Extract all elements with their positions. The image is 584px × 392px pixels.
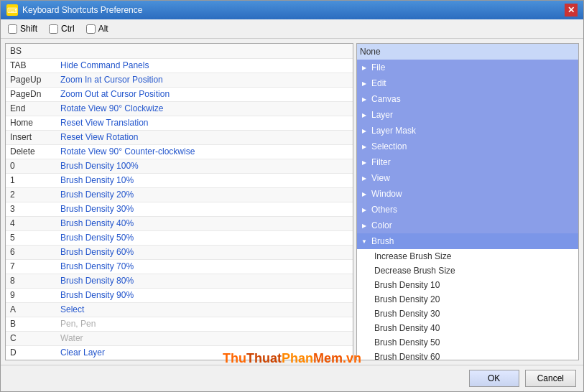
table-row[interactable]: BS [6, 44, 353, 58]
table-row[interactable]: TABHide Command Panels [6, 58, 353, 73]
shortcut-action: Reset View Rotation [56, 130, 353, 144]
tree-none-item[interactable]: None [357, 44, 578, 60]
tree-category-view[interactable]: View [357, 170, 578, 186]
ok-button[interactable]: OK [469, 370, 519, 387]
category-label: Color [371, 220, 392, 230]
table-row[interactable]: 4Brush Density 40% [6, 216, 353, 230]
category-label: Window [371, 189, 402, 199]
window-title: Keyboard Shortcuts Preference [22, 5, 142, 15]
shortcut-action: Zoom In at Cursor Position [56, 73, 353, 87]
shortcut-key: BS [6, 44, 56, 58]
ctrl-checkbox-input[interactable] [49, 24, 58, 34]
table-row[interactable]: 5Brush Density 50% [6, 230, 353, 245]
table-row[interactable]: DeleteRotate View 90° Counter-clockwise [6, 144, 353, 159]
expand-right-icon [360, 111, 369, 119]
category-label: View [371, 173, 390, 183]
expand-right-icon [360, 205, 369, 214]
shortcut-action [56, 44, 353, 58]
shortcut-key: 7 [6, 259, 56, 274]
tree-container[interactable]: None FileEditCanvasLayerLayer MaskSelect… [357, 44, 578, 360]
tree-child-item[interactable]: Decrease Brush Size [357, 263, 578, 278]
tree-root: FileEditCanvasLayerLayer MaskSelectionFi… [357, 60, 578, 360]
title-bar: ⌨ Keyboard Shortcuts Preference ✕ [1, 1, 583, 19]
table-row[interactable]: 6Brush Density 60% [6, 245, 353, 259]
tree-category-selection[interactable]: Selection [357, 139, 578, 154]
shortcut-action: Brush Density 100% [56, 159, 353, 173]
alt-checkbox[interactable]: Alt [86, 24, 108, 34]
shortcut-action: Brush Density 60% [56, 245, 353, 259]
expand-right-icon [360, 95, 369, 103]
table-row[interactable]: 1Brush Density 10% [6, 173, 353, 187]
shortcut-action: Brush Density 80% [56, 274, 353, 288]
tree-child-item[interactable]: Brush Density 40 [357, 321, 578, 335]
tree-category-file[interactable]: File [357, 60, 578, 75]
shift-checkbox-input[interactable] [8, 24, 17, 34]
shortcut-key: Insert [6, 130, 56, 144]
shortcut-key: 4 [6, 216, 56, 230]
table-row[interactable]: InsertReset View Rotation [6, 130, 353, 144]
cancel-button[interactable]: Cancel [525, 370, 576, 387]
tree-child-item[interactable]: Brush Density 50 [357, 335, 578, 350]
table-row[interactable]: 3Brush Density 30% [6, 202, 353, 216]
table-row[interactable]: BPen, Pen [6, 317, 353, 331]
shortcut-key: A [6, 302, 56, 317]
category-label: File [371, 62, 385, 73]
expand-down-icon [360, 237, 369, 246]
shortcut-key: 6 [6, 245, 56, 259]
tree-child-item[interactable]: Brush Density 10 [357, 278, 578, 292]
shortcut-key: 0 [6, 159, 56, 173]
table-row[interactable]: PageUpZoom In at Cursor Position [6, 73, 353, 87]
shortcut-action: Brush Density 90% [56, 288, 353, 302]
tree-category-layer-mask[interactable]: Layer Mask [357, 123, 578, 139]
table-row[interactable]: HomeReset View Translation [6, 116, 353, 130]
shortcut-key: 2 [6, 187, 56, 202]
table-row[interactable]: 0Brush Density 100% [6, 159, 353, 173]
close-button[interactable]: ✕ [565, 4, 578, 17]
shortcut-action: Brush Density 10% [56, 173, 353, 187]
expand-right-icon [360, 63, 369, 72]
table-row[interactable]: 8Brush Density 80% [6, 274, 353, 288]
shortcut-action: Zoom Out at Cursor Position [56, 87, 353, 101]
tree-category-filter[interactable]: Filter [357, 154, 578, 170]
shortcut-action: Brush Density 20% [56, 187, 353, 202]
table-row[interactable]: DClear Layer [6, 345, 353, 360]
shortcut-action: Hide Command Panels [56, 58, 353, 73]
tree-child-item[interactable]: Brush Density 20 [357, 292, 578, 307]
ctrl-checkbox[interactable]: Ctrl [49, 24, 75, 34]
table-row[interactable]: EndRotate View 90° Clockwize [6, 101, 353, 116]
table-row[interactable]: PageDnZoom Out at Cursor Position [6, 87, 353, 101]
table-row[interactable]: 2Brush Density 20% [6, 187, 353, 202]
tree-child-item[interactable]: Increase Brush Size [357, 249, 578, 263]
tree-child-item[interactable]: Brush Density 60 [357, 350, 578, 360]
tree-category-color[interactable]: Color [357, 218, 578, 233]
tree-category-layer[interactable]: Layer [357, 107, 578, 123]
none-label: None [360, 47, 381, 57]
category-label: Filter [371, 157, 391, 167]
shortcut-key: Delete [6, 144, 56, 159]
tree-category-others[interactable]: Others [357, 202, 578, 218]
shortcut-action: Brush Density 30% [56, 202, 353, 216]
bottom-bar: OK Cancel [1, 365, 583, 391]
tree-category-brush[interactable]: Brush [357, 233, 578, 249]
shortcut-key: Home [6, 116, 56, 130]
shortcut-action: Rotate View 90° Clockwize [56, 101, 353, 116]
tree-category-canvas[interactable]: Canvas [357, 91, 578, 107]
tree-child-item[interactable]: Brush Density 30 [357, 307, 578, 321]
shortcut-action: Rotate View 90° Counter-clockwise [56, 144, 353, 159]
app-icon: ⌨ [6, 4, 18, 16]
tree-category-window[interactable]: Window [357, 186, 578, 202]
table-row[interactable]: 7Brush Density 70% [6, 259, 353, 274]
toolbar: Shift Ctrl Alt [1, 19, 583, 39]
shift-checkbox[interactable]: Shift [8, 24, 37, 34]
table-row[interactable]: CWater [6, 331, 353, 345]
alt-checkbox-input[interactable] [86, 24, 96, 34]
shortcut-action: Reset View Translation [56, 116, 353, 130]
expand-right-icon [360, 221, 369, 230]
shortcuts-table-container[interactable]: BSTABHide Command PanelsPageUpZoom In at… [6, 44, 353, 360]
table-row[interactable]: ASelect [6, 302, 353, 317]
table-row[interactable]: 9Brush Density 90% [6, 288, 353, 302]
shortcuts-table: BSTABHide Command PanelsPageUpZoom In at… [6, 44, 353, 360]
expand-right-icon [360, 158, 369, 167]
tree-category-edit[interactable]: Edit [357, 75, 578, 91]
shortcut-key: PageUp [6, 73, 56, 87]
